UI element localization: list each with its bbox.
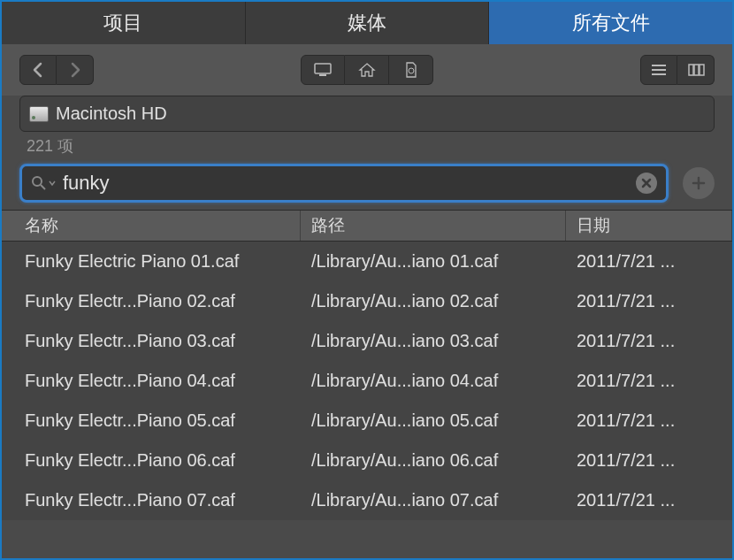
cell-path: /Library/Au...iano 03.caf [301,331,566,351]
item-count: 221 项 [27,135,715,157]
table-row[interactable]: Funky Electric Piano 01.caf/Library/Au..… [2,242,732,281]
cell-date: 2011/7/21 ... [566,251,732,272]
chevron-down-icon [49,180,56,186]
cell-path: /Library/Au...iano 07.caf [301,490,566,510]
search-row [19,164,715,203]
cell-path: /Library/Au...iano 06.caf [301,450,566,471]
location-bar[interactable]: Macintosh HD [19,96,715,132]
table-row[interactable]: Funky Electr...Piano 03.caf/Library/Au..… [2,321,732,361]
header-date[interactable]: 日期 [566,211,732,241]
header-name[interactable]: 名称 [2,211,301,241]
svg-point-2 [409,68,414,73]
cell-name: Funky Electr...Piano 02.caf [2,291,301,311]
column-icon [687,63,705,77]
search-field-wrap [19,164,669,203]
svg-rect-8 [700,65,704,75]
cell-date: 2011/7/21 ... [566,410,732,431]
svg-point-9 [33,177,42,186]
table-row[interactable]: Funky Electr...Piano 04.caf/Library/Au..… [2,361,732,401]
cell-name: Funky Electr...Piano 05.caf [2,410,301,431]
tab-all-files[interactable]: 所有文件 [489,2,732,44]
back-button[interactable] [19,55,57,85]
column-headers: 名称 路径 日期 [2,210,732,242]
search-icon[interactable] [22,175,63,191]
table-row[interactable]: Funky Electr...Piano 05.caf/Library/Au..… [2,401,732,441]
cell-date: 2011/7/21 ... [566,450,732,471]
cell-name: Funky Electr...Piano 06.caf [2,450,301,471]
cell-name: Funky Electr...Piano 07.caf [2,490,301,510]
tab-media[interactable]: 媒体 [246,2,490,44]
close-icon [641,178,652,188]
location-name: Macintosh HD [56,104,167,124]
home-button[interactable] [345,55,389,85]
plus-icon [691,175,707,191]
chevron-right-icon [69,62,81,78]
nav-group [19,55,94,85]
cell-path: /Library/Au...iano 01.caf [301,251,566,272]
project-button[interactable] [389,55,433,85]
table-row[interactable]: Funky Electr...Piano 07.caf/Library/Au..… [2,480,732,520]
cell-date: 2011/7/21 ... [566,371,732,391]
chevron-left-icon [32,62,44,78]
cell-path: /Library/Au...iano 05.caf [301,410,566,431]
tab-projects[interactable]: 项目 [2,2,246,44]
cell-name: Funky Electric Piano 01.caf [2,251,301,272]
computer-icon [313,62,333,78]
svg-rect-6 [689,65,693,75]
cell-path: /Library/Au...iano 02.caf [301,291,566,311]
file-list: Funky Electric Piano 01.caf/Library/Au..… [2,242,732,520]
list-icon [650,63,668,77]
list-view-button[interactable] [640,55,677,85]
clear-search-button[interactable] [636,173,657,194]
cell-name: Funky Electr...Piano 03.caf [2,331,301,351]
search-input[interactable] [63,172,636,195]
table-row[interactable]: Funky Electr...Piano 02.caf/Library/Au..… [2,281,732,321]
toolbar [2,44,732,96]
view-group [640,55,715,85]
cell-name: Funky Electr...Piano 04.caf [2,371,301,391]
cell-path: /Library/Au...iano 04.caf [301,371,566,391]
document-icon [404,62,418,78]
tab-bar: 项目 媒体 所有文件 [2,2,732,44]
home-icon [358,62,376,78]
cell-date: 2011/7/21 ... [566,331,732,351]
location-group [301,55,433,85]
svg-line-10 [41,185,45,189]
svg-rect-7 [694,65,699,75]
harddrive-icon [29,106,49,122]
cell-date: 2011/7/21 ... [566,490,732,510]
forward-button[interactable] [57,55,94,85]
column-view-button[interactable] [677,55,715,85]
header-path[interactable]: 路径 [301,211,566,241]
computer-button[interactable] [301,55,345,85]
table-row[interactable]: Funky Electr...Piano 06.caf/Library/Au..… [2,441,732,480]
svg-rect-1 [319,74,326,76]
add-filter-button[interactable] [683,167,715,199]
svg-rect-0 [315,64,331,73]
cell-date: 2011/7/21 ... [566,291,732,311]
